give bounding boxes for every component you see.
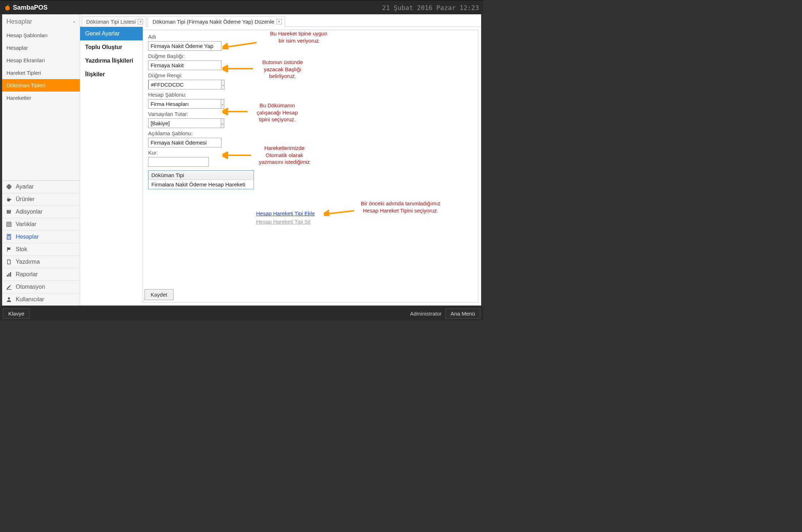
subnav-genel-ayarlar[interactable]: Genel Ayarlar [80,27,143,40]
tab-label: Döküman Tipi (Firmaya Nakit Ödeme Yap) D… [152,19,274,25]
nav-urunler[interactable]: Ürünler [2,193,80,205]
action-links: Hesap Hareketi Tipi Ekle Hesap Hareketi … [256,210,315,225]
button-header-input[interactable] [148,60,221,70]
form-panel: Adı Düğme Başlığı: Düğme Rengi: ⌄ [143,30,478,303]
main-content: Hesaplar « Hesap Şablonları Hesaplar Hes… [2,14,481,306]
chevron-down-icon[interactable]: ⌄ [221,99,224,109]
sidebar-title: Hesaplar [6,18,32,25]
annotation-add-link: Bir önceki adımda tanımladığımızHesap Ha… [356,200,445,214]
editor-area: Döküman Tipi Listesi × Döküman Tipi (Fir… [80,14,481,306]
main-menu-button[interactable]: Ana Menü [445,308,480,319]
collapse-icon: « [73,19,75,24]
editor-body: Genel Ayarlar Toplu Oluştur Yazdırma İli… [80,27,481,306]
svg-point-19 [8,297,10,299]
tab-edit[interactable]: Döküman Tipi (Firmaya Nakit Ödeme Yap) D… [148,16,285,27]
desc-template-label: Açıklama Şablonu: [148,130,473,136]
chevron-down-icon[interactable]: ⌄ [221,80,225,89]
sidebar-item-hareket-tipleri[interactable]: Hareket Tipleri [2,67,80,79]
tab-label: Döküman Tipi Listesi [86,19,136,25]
user-label: Administrator [410,311,441,317]
sidebar-item-hesaplar[interactable]: Hesaplar [2,42,80,54]
button-color-input[interactable] [148,80,221,89]
name-input[interactable] [148,41,221,51]
account-template-label: Hesap Şablonu: [148,92,473,98]
nav-yazdirma[interactable]: Yazdırma [2,255,80,268]
save-button[interactable]: Kaydet [145,289,173,300]
gear-icon [6,184,12,190]
nav-hesaplar[interactable]: Hesaplar [2,230,80,243]
sidebar-item-hesap-sablonlari[interactable]: Hesap Şablonları [2,29,80,42]
subnav-iliskiler[interactable]: İlişkiler [80,68,143,81]
close-icon[interactable]: × [277,19,282,24]
svg-point-12 [9,237,10,238]
sidebar-upper: Hesap Şablonları Hesaplar Hesap Ekranlar… [2,29,80,180]
datetime-display: 21 Şubat 2016 Pazar 12:23 [382,4,479,11]
svg-point-14 [9,238,10,239]
nav-kullanicilar[interactable]: Kullanıcılar [2,293,80,306]
del-account-tx-type-link[interactable]: Hesap Hareketi Tipi Sil [256,219,315,225]
sidebar-item-dokuman-tipleri[interactable]: Döküman Tipleri [2,79,80,92]
sidebar-header[interactable]: Hesaplar « [2,14,80,29]
sidebar-lower-nav: Ayarlar Ürünler Adisyonlar Varlıklar Hes… [2,180,80,306]
logo-icon [4,4,11,11]
nav-varliklar[interactable]: Varlıklar [2,218,80,230]
nav-label: Varlıklar [16,221,36,228]
pencil-icon [6,284,12,290]
bottom-bar: Klavye Administrator Ana Menü [0,306,483,321]
svg-rect-1 [7,210,8,214]
nav-adisyonlar[interactable]: Adisyonlar [2,205,80,218]
close-icon[interactable]: × [138,19,143,24]
add-account-tx-type-link[interactable]: Hesap Hareketi Tipi Ekle [256,210,315,216]
top-bar: SambaPOS 21 Şubat 2016 Pazar 12:23 [0,0,483,14]
subnav: Genel Ayarlar Toplu Oluştur Yazdırma İli… [80,27,143,306]
name-label: Adı [148,34,473,40]
default-amount-label: Varsayılan Tutar: [148,111,473,117]
nav-raporlar[interactable]: Raporlar [2,268,80,280]
flag-icon [6,246,12,253]
rate-input[interactable] [148,157,209,167]
keyboard-button[interactable]: Klavye [3,308,30,319]
nav-label: Ürünler [16,196,34,202]
svg-rect-15 [7,275,8,277]
sidebar: Hesaplar « Hesap Şablonları Hesaplar Hes… [2,14,80,306]
tab-strip: Döküman Tipi Listesi × Döküman Tipi (Fir… [80,14,481,27]
tab-list[interactable]: Döküman Tipi Listesi × [82,16,146,27]
account-template-input[interactable] [148,99,221,109]
subnav-yazdirma-iliskileri[interactable]: Yazdırma İlişkileri [80,54,143,68]
svg-rect-2 [8,210,9,214]
svg-rect-3 [9,210,11,214]
nav-stok[interactable]: Stok [2,243,80,255]
grid-icon [6,221,12,228]
calculator-icon [6,234,12,240]
subnav-toplu-olustur[interactable]: Toplu Oluştur [80,40,143,54]
chevron-down-icon[interactable]: ⌄ [221,118,224,128]
nav-label: Kullanıcılar [16,296,44,303]
sidebar-item-hesap-ekranlari[interactable]: Hesap Ekranları [2,54,80,67]
nav-otomasyon[interactable]: Otomasyon [2,280,80,293]
list-row[interactable]: Firmalara Nakit Ödeme Hesap Hareketi [148,180,254,189]
nav-label: Raporlar [16,271,38,278]
document-type-list: Döküman Tipi Firmalara Nakit Ödeme Hesap… [148,170,254,189]
list-header[interactable]: Döküman Tipi [148,171,254,180]
svg-rect-17 [10,272,11,277]
sidebar-item-hareketler[interactable]: Hareketler [2,92,80,104]
button-color-label: Düğme Rengi: [148,72,473,78]
logo-group: SambaPOS [4,4,48,11]
rate-label: Kur: [148,150,473,156]
default-amount-input[interactable] [148,118,221,128]
nav-label: Yazdırma [16,259,40,265]
nav-label: Otomasyon [16,284,45,290]
svg-point-0 [5,6,10,11]
user-icon [6,296,12,303]
svg-rect-16 [9,273,10,277]
nav-label: Ayarlar [16,184,34,190]
arrow-icon [324,209,356,216]
brand-name: SambaPOS [13,4,48,11]
nav-label: Stok [16,246,27,253]
nav-label: Adisyonlar [16,209,43,215]
desc-template-input[interactable] [148,138,221,147]
svg-point-11 [8,237,9,238]
nav-ayarlar[interactable]: Ayarlar [2,181,80,193]
document-icon [6,259,12,265]
svg-line-24 [327,211,354,214]
